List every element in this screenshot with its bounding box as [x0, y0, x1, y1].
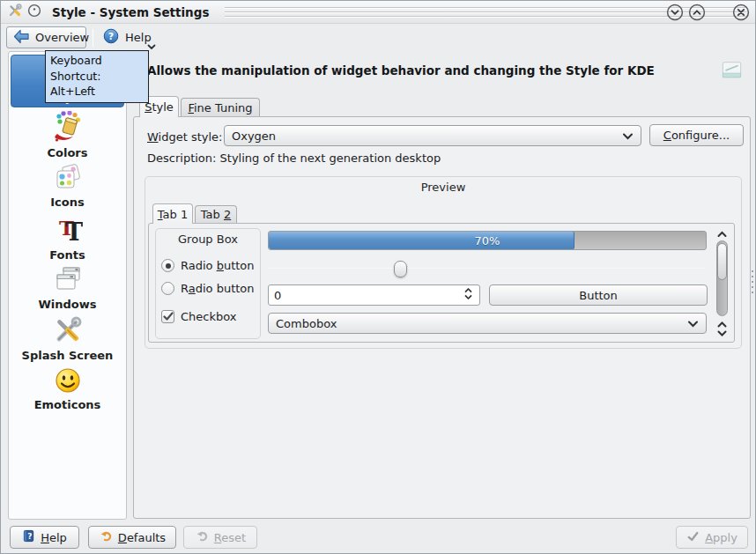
category-sidebar: Style Colors [8, 51, 127, 520]
overview-button-label: Overview [35, 31, 89, 44]
widget-style-select[interactable]: Oxygen [224, 125, 641, 146]
sidebar-item-label: Icons [50, 196, 84, 209]
toolbar-separator [93, 29, 93, 47]
demo-button[interactable]: Button [489, 284, 708, 306]
scrollbar-thumb[interactable] [717, 243, 727, 280]
demo-button-label: Button [579, 289, 618, 302]
demo-progress-bar: 70% [268, 231, 707, 250]
style-description: Description: Styling of the next generat… [147, 151, 441, 165]
letter-t-icon: T T [53, 213, 83, 247]
preview-tab-2[interactable]: Tab 2 [195, 205, 237, 223]
progress-value-label: 70% [269, 232, 706, 249]
demo-slider[interactable] [268, 260, 706, 277]
preview-tab-1-label: Tab 1 [158, 208, 188, 221]
radio-selected-icon [161, 259, 174, 272]
checkbox-checked-icon [161, 310, 174, 323]
sidebar-item-emoticons[interactable]: Emoticons [11, 366, 124, 419]
sidebar-item-icons[interactable]: Icons [11, 162, 124, 215]
preview-groupbox-title: Preview [145, 181, 741, 194]
help-book-icon: ? [22, 529, 35, 545]
keyboard-shortcut-tooltip: Keyboard Shortcut: Alt+Left [45, 50, 149, 103]
preview-tab-2-label: Tab 2 [201, 208, 231, 221]
help-icon: ? [103, 28, 119, 47]
system-settings-window: Style - System Settings [0, 0, 756, 554]
overview-button[interactable]: Overview [6, 26, 86, 48]
demo-spinbox[interactable]: 0 [268, 284, 480, 306]
sidebar-item-label: Splash Screen [22, 349, 114, 362]
help-button-label: Help [41, 531, 67, 544]
demo-radio-2[interactable]: Radio button [161, 282, 255, 295]
sidebar-item-splash-screen[interactable]: Splash Screen [11, 315, 124, 368]
crossed-tools-icon [53, 315, 83, 348]
radio-unselected-icon [161, 282, 174, 295]
sidebar-item-windows[interactable]: Windows [11, 264, 124, 317]
scrollbar-up-icon[interactable] [716, 228, 728, 241]
svg-text:?: ? [27, 532, 32, 541]
spinbox-value: 0 [274, 289, 463, 302]
svg-text:?: ? [108, 31, 114, 42]
tooltip-line-2: Shortcut: Alt+Left [50, 69, 144, 100]
paint-bucket-icon [53, 111, 83, 145]
demo-checkbox[interactable]: Checkbox [161, 310, 237, 323]
sidebar-item-colors[interactable]: Colors [11, 111, 124, 164]
slider-handle[interactable] [394, 261, 407, 277]
configure-button[interactable]: Configure... [649, 124, 744, 146]
widget-style-label: Widget style: [147, 130, 222, 144]
sidebar-item-label: Windows [38, 298, 96, 311]
sidebar-item-label: Colors [47, 146, 87, 159]
toolbar: Overview ? Help [1, 25, 756, 51]
tab-fine-tuning-label: Fine Tuning [188, 101, 252, 114]
svg-text:T: T [65, 218, 83, 245]
app-crossed-tools-icon [8, 4, 22, 20]
style-watermark-icon [720, 58, 744, 85]
window-menu-icon[interactable] [27, 4, 41, 20]
demo-radio-1[interactable]: Radio button [161, 259, 255, 272]
checkmark-icon [686, 530, 700, 545]
tab-style-label: Style [145, 100, 174, 114]
reset-button[interactable]: Reset [183, 526, 257, 549]
window-edge-grip [752, 270, 753, 293]
undo-icon [99, 529, 113, 545]
sidebar-item-label: Emoticons [34, 398, 101, 411]
sidebar-item-label: Fonts [49, 248, 85, 262]
help-button[interactable]: ? Help [10, 526, 79, 549]
demo-radio-1-label: Radio button [181, 259, 255, 272]
titlebar[interactable]: Style - System Settings [1, 1, 756, 24]
defaults-button[interactable]: Defaults [88, 526, 176, 549]
tab-fine-tuning[interactable]: Fine Tuning [181, 98, 260, 116]
scrollbar-down-icon[interactable] [716, 328, 728, 341]
demo-checkbox-label: Checkbox [181, 310, 237, 323]
window-title: Style - System Settings [52, 5, 209, 19]
chevron-down-icon [687, 317, 699, 330]
icon-cards-icon [53, 162, 83, 195]
reset-button-label: Reset [214, 531, 246, 544]
apply-button[interactable]: Apply [676, 526, 748, 549]
defaults-button-label: Defaults [118, 531, 166, 544]
close-button[interactable] [732, 4, 750, 21]
back-arrow-icon [13, 29, 30, 47]
page-description-header: Allows the manipulation of widget behavi… [147, 63, 693, 78]
maximize-button[interactable] [688, 4, 706, 21]
scrollbar-track[interactable] [716, 240, 728, 316]
combobox-value: Combobox [276, 317, 687, 330]
demo-combobox[interactable]: Combobox [268, 313, 707, 334]
sidebar-item-fonts[interactable]: T T Fonts [11, 213, 124, 266]
chevron-down-icon [622, 129, 634, 143]
windows-icon [53, 264, 83, 297]
undo-icon-disabled [195, 529, 209, 545]
spinbox-arrows-icon[interactable] [463, 287, 474, 303]
minimize-button[interactable] [666, 4, 684, 21]
smiley-icon [54, 366, 82, 397]
widget-style-value: Oxygen [232, 129, 622, 143]
tooltip-line-1: Keyboard [50, 53, 144, 69]
configure-button-label: Configure... [663, 129, 730, 142]
slider-track[interactable] [268, 268, 706, 269]
preview-tab-1[interactable]: Tab 1 [152, 203, 193, 224]
demo-radio-2-label: Radio button [181, 282, 255, 295]
demo-groupbox-title: Group Box [156, 233, 260, 246]
apply-button-label: Apply [705, 531, 737, 544]
